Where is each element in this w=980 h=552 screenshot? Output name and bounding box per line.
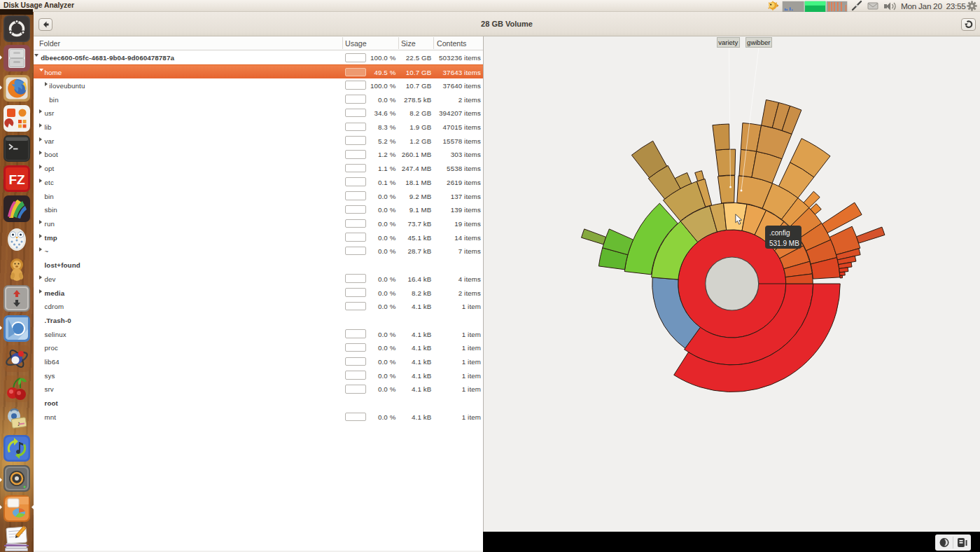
svg-text:FZ: FZ bbox=[8, 172, 25, 187]
